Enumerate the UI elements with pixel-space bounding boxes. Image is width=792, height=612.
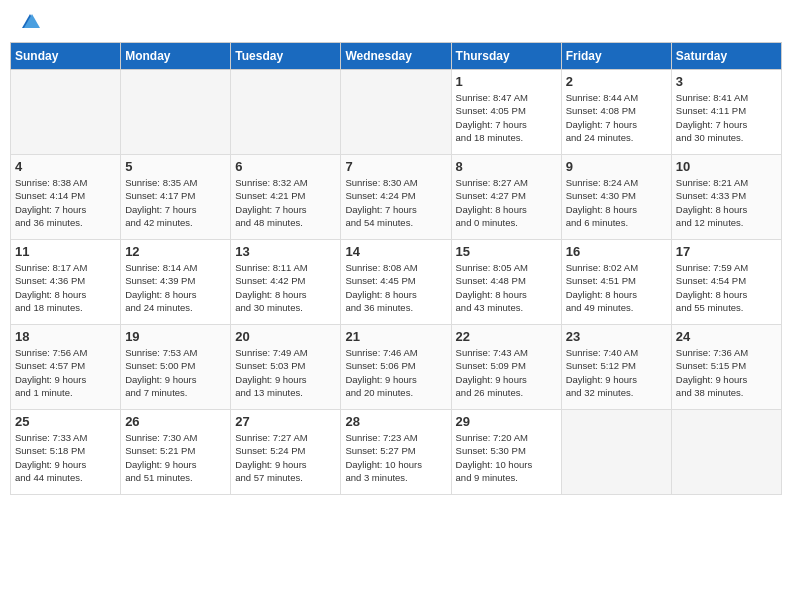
calendar-cell: 18Sunrise: 7:56 AM Sunset: 4:57 PM Dayli… [11, 325, 121, 410]
day-number: 27 [235, 414, 336, 429]
day-number: 16 [566, 244, 667, 259]
day-info: Sunrise: 7:43 AM Sunset: 5:09 PM Dayligh… [456, 346, 557, 399]
day-info: Sunrise: 7:33 AM Sunset: 5:18 PM Dayligh… [15, 431, 116, 484]
day-number: 22 [456, 329, 557, 344]
logo [14, 14, 42, 34]
day-info: Sunrise: 8:27 AM Sunset: 4:27 PM Dayligh… [456, 176, 557, 229]
day-number: 5 [125, 159, 226, 174]
day-number: 20 [235, 329, 336, 344]
day-number: 2 [566, 74, 667, 89]
day-number: 25 [15, 414, 116, 429]
calendar-cell [11, 70, 121, 155]
calendar-cell: 20Sunrise: 7:49 AM Sunset: 5:03 PM Dayli… [231, 325, 341, 410]
calendar-cell: 27Sunrise: 7:27 AM Sunset: 5:24 PM Dayli… [231, 410, 341, 495]
calendar-week-row: 4Sunrise: 8:38 AM Sunset: 4:14 PM Daylig… [11, 155, 782, 240]
weekday-header: Saturday [671, 43, 781, 70]
weekday-header: Tuesday [231, 43, 341, 70]
weekday-header: Thursday [451, 43, 561, 70]
calendar-cell: 23Sunrise: 7:40 AM Sunset: 5:12 PM Dayli… [561, 325, 671, 410]
calendar-week-row: 11Sunrise: 8:17 AM Sunset: 4:36 PM Dayli… [11, 240, 782, 325]
day-number: 23 [566, 329, 667, 344]
day-info: Sunrise: 7:59 AM Sunset: 4:54 PM Dayligh… [676, 261, 777, 314]
day-number: 19 [125, 329, 226, 344]
calendar-cell: 15Sunrise: 8:05 AM Sunset: 4:48 PM Dayli… [451, 240, 561, 325]
calendar-cell [671, 410, 781, 495]
day-info: Sunrise: 8:47 AM Sunset: 4:05 PM Dayligh… [456, 91, 557, 144]
day-info: Sunrise: 7:40 AM Sunset: 5:12 PM Dayligh… [566, 346, 667, 399]
calendar-cell: 14Sunrise: 8:08 AM Sunset: 4:45 PM Dayli… [341, 240, 451, 325]
day-info: Sunrise: 7:46 AM Sunset: 5:06 PM Dayligh… [345, 346, 446, 399]
day-info: Sunrise: 8:35 AM Sunset: 4:17 PM Dayligh… [125, 176, 226, 229]
calendar-cell: 17Sunrise: 7:59 AM Sunset: 4:54 PM Dayli… [671, 240, 781, 325]
calendar-week-row: 25Sunrise: 7:33 AM Sunset: 5:18 PM Dayli… [11, 410, 782, 495]
day-info: Sunrise: 8:11 AM Sunset: 4:42 PM Dayligh… [235, 261, 336, 314]
weekday-header-row: SundayMondayTuesdayWednesdayThursdayFrid… [11, 43, 782, 70]
calendar-cell: 21Sunrise: 7:46 AM Sunset: 5:06 PM Dayli… [341, 325, 451, 410]
calendar-cell: 24Sunrise: 7:36 AM Sunset: 5:15 PM Dayli… [671, 325, 781, 410]
day-number: 7 [345, 159, 446, 174]
day-number: 17 [676, 244, 777, 259]
day-number: 9 [566, 159, 667, 174]
weekday-header: Friday [561, 43, 671, 70]
calendar-cell [231, 70, 341, 155]
weekday-header: Monday [121, 43, 231, 70]
calendar-cell: 7Sunrise: 8:30 AM Sunset: 4:24 PM Daylig… [341, 155, 451, 240]
weekday-header: Wednesday [341, 43, 451, 70]
day-info: Sunrise: 7:49 AM Sunset: 5:03 PM Dayligh… [235, 346, 336, 399]
day-info: Sunrise: 8:02 AM Sunset: 4:51 PM Dayligh… [566, 261, 667, 314]
day-number: 12 [125, 244, 226, 259]
calendar-cell: 19Sunrise: 7:53 AM Sunset: 5:00 PM Dayli… [121, 325, 231, 410]
page-header [10, 10, 782, 34]
calendar-cell: 28Sunrise: 7:23 AM Sunset: 5:27 PM Dayli… [341, 410, 451, 495]
calendar-cell: 5Sunrise: 8:35 AM Sunset: 4:17 PM Daylig… [121, 155, 231, 240]
day-info: Sunrise: 7:23 AM Sunset: 5:27 PM Dayligh… [345, 431, 446, 484]
day-number: 21 [345, 329, 446, 344]
day-number: 1 [456, 74, 557, 89]
day-info: Sunrise: 8:21 AM Sunset: 4:33 PM Dayligh… [676, 176, 777, 229]
day-info: Sunrise: 7:36 AM Sunset: 5:15 PM Dayligh… [676, 346, 777, 399]
day-info: Sunrise: 8:05 AM Sunset: 4:48 PM Dayligh… [456, 261, 557, 314]
day-number: 18 [15, 329, 116, 344]
day-number: 11 [15, 244, 116, 259]
calendar-cell: 4Sunrise: 8:38 AM Sunset: 4:14 PM Daylig… [11, 155, 121, 240]
day-number: 10 [676, 159, 777, 174]
day-number: 24 [676, 329, 777, 344]
calendar-week-row: 1Sunrise: 8:47 AM Sunset: 4:05 PM Daylig… [11, 70, 782, 155]
calendar-cell: 6Sunrise: 8:32 AM Sunset: 4:21 PM Daylig… [231, 155, 341, 240]
day-number: 15 [456, 244, 557, 259]
day-info: Sunrise: 8:17 AM Sunset: 4:36 PM Dayligh… [15, 261, 116, 314]
calendar-cell: 8Sunrise: 8:27 AM Sunset: 4:27 PM Daylig… [451, 155, 561, 240]
calendar-cell: 10Sunrise: 8:21 AM Sunset: 4:33 PM Dayli… [671, 155, 781, 240]
calendar-cell: 29Sunrise: 7:20 AM Sunset: 5:30 PM Dayli… [451, 410, 561, 495]
day-number: 8 [456, 159, 557, 174]
day-number: 29 [456, 414, 557, 429]
day-info: Sunrise: 7:53 AM Sunset: 5:00 PM Dayligh… [125, 346, 226, 399]
calendar-cell: 3Sunrise: 8:41 AM Sunset: 4:11 PM Daylig… [671, 70, 781, 155]
calendar-cell: 11Sunrise: 8:17 AM Sunset: 4:36 PM Dayli… [11, 240, 121, 325]
calendar-cell: 22Sunrise: 7:43 AM Sunset: 5:09 PM Dayli… [451, 325, 561, 410]
calendar-cell: 9Sunrise: 8:24 AM Sunset: 4:30 PM Daylig… [561, 155, 671, 240]
calendar-cell: 2Sunrise: 8:44 AM Sunset: 4:08 PM Daylig… [561, 70, 671, 155]
day-info: Sunrise: 8:30 AM Sunset: 4:24 PM Dayligh… [345, 176, 446, 229]
day-info: Sunrise: 7:27 AM Sunset: 5:24 PM Dayligh… [235, 431, 336, 484]
day-number: 4 [15, 159, 116, 174]
day-number: 14 [345, 244, 446, 259]
day-info: Sunrise: 8:24 AM Sunset: 4:30 PM Dayligh… [566, 176, 667, 229]
day-info: Sunrise: 7:56 AM Sunset: 4:57 PM Dayligh… [15, 346, 116, 399]
calendar-cell: 26Sunrise: 7:30 AM Sunset: 5:21 PM Dayli… [121, 410, 231, 495]
day-info: Sunrise: 7:20 AM Sunset: 5:30 PM Dayligh… [456, 431, 557, 484]
day-number: 26 [125, 414, 226, 429]
calendar-cell [341, 70, 451, 155]
day-number: 3 [676, 74, 777, 89]
day-info: Sunrise: 8:44 AM Sunset: 4:08 PM Dayligh… [566, 91, 667, 144]
calendar-week-row: 18Sunrise: 7:56 AM Sunset: 4:57 PM Dayli… [11, 325, 782, 410]
calendar-cell: 16Sunrise: 8:02 AM Sunset: 4:51 PM Dayli… [561, 240, 671, 325]
calendar-cell [121, 70, 231, 155]
calendar-cell: 12Sunrise: 8:14 AM Sunset: 4:39 PM Dayli… [121, 240, 231, 325]
day-number: 28 [345, 414, 446, 429]
calendar-cell: 13Sunrise: 8:11 AM Sunset: 4:42 PM Dayli… [231, 240, 341, 325]
day-info: Sunrise: 8:14 AM Sunset: 4:39 PM Dayligh… [125, 261, 226, 314]
day-number: 6 [235, 159, 336, 174]
day-info: Sunrise: 8:41 AM Sunset: 4:11 PM Dayligh… [676, 91, 777, 144]
weekday-header: Sunday [11, 43, 121, 70]
